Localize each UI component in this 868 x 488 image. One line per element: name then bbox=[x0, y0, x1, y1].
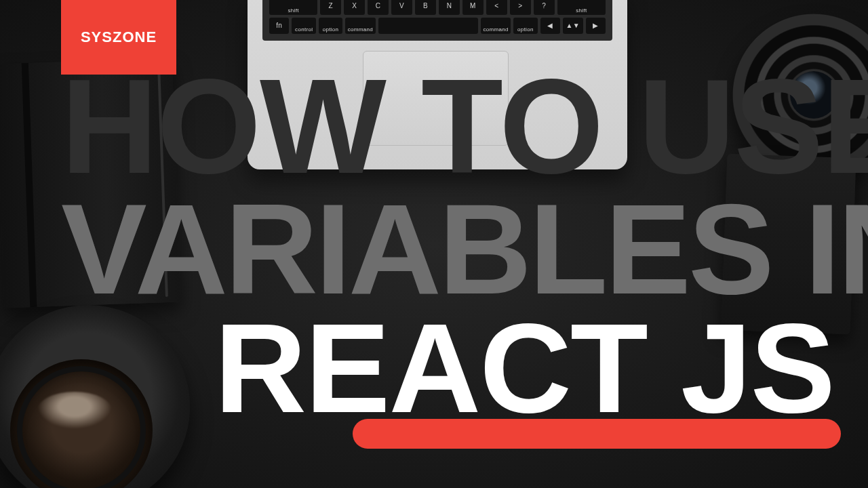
keyboard-key: ? bbox=[534, 0, 555, 15]
keyboard-key: shift bbox=[557, 0, 606, 15]
keyboard-key: ▶ bbox=[586, 18, 606, 34]
keyboard-key: X bbox=[344, 0, 365, 15]
thumbnail-stage: shiftZXCVBNM<>?shift fncontroloptioncomm… bbox=[0, 0, 868, 488]
keyboard-key: C bbox=[368, 0, 389, 15]
keyboard-key: control bbox=[292, 18, 315, 34]
keyboard-key: ◀ bbox=[540, 18, 560, 34]
notebook-elastic bbox=[22, 63, 37, 307]
accent-underline bbox=[353, 419, 841, 449]
keyboard-key: fn bbox=[269, 18, 289, 34]
keyboard-row-1: shiftZXCVBNM<>?shift bbox=[269, 0, 606, 15]
keyboard-key: shift bbox=[269, 0, 317, 15]
keyboard-key: N bbox=[439, 0, 460, 15]
brand-label: SYSZONE bbox=[81, 28, 157, 46]
keyboard-key: < bbox=[486, 0, 507, 15]
keyboard-key: M bbox=[462, 0, 484, 15]
keyboard-key: ▲▼ bbox=[563, 18, 583, 34]
keyboard-key: option bbox=[319, 18, 342, 34]
headline-line-1: HOW TO USE bbox=[61, 64, 854, 189]
keyboard-key: option bbox=[513, 18, 537, 34]
keyboard-key: V bbox=[391, 0, 412, 15]
keyboard-key bbox=[378, 18, 478, 34]
keyboard-key: command bbox=[481, 18, 511, 34]
headline-line-2: VARIABLES IN bbox=[61, 189, 854, 309]
keyboard-key: B bbox=[415, 0, 436, 15]
keyboard-key: > bbox=[510, 0, 531, 15]
headline: HOW TO USE VARIABLES IN REACT JS bbox=[61, 64, 854, 428]
keyboard-key: command bbox=[345, 18, 375, 34]
keyboard-key: Z bbox=[320, 0, 341, 15]
headline-line-3: REACT JS bbox=[61, 309, 854, 428]
keyboard-row-2: fncontroloptioncommandcommandoption◀▲▼▶ bbox=[269, 18, 606, 34]
keyboard-well: shiftZXCVBNM<>?shift fncontroloptioncomm… bbox=[262, 0, 612, 41]
